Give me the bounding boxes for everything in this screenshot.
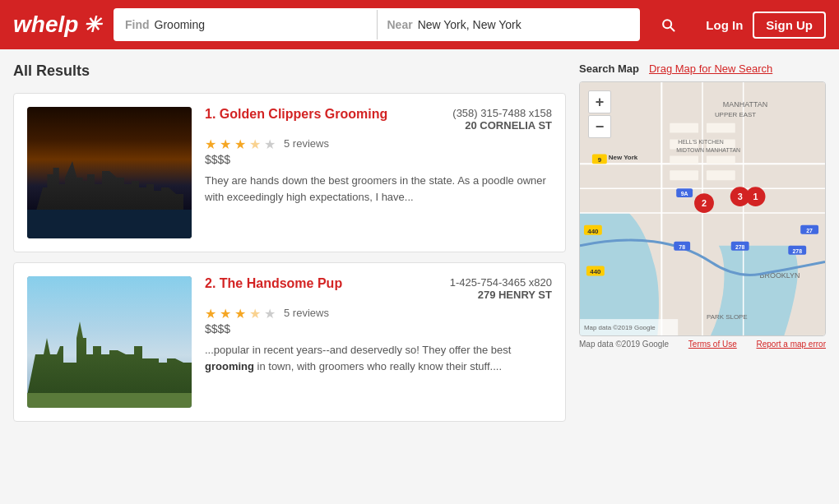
svg-text:MANHATTAN: MANHATTAN <box>723 100 767 109</box>
logo-snowflake: ✳ <box>83 12 101 38</box>
map-footer: Map data ©2019 Google Terms of Use Repor… <box>579 340 826 349</box>
main-content: All Results 1. Golden Clippers Grooming … <box>0 49 839 445</box>
svg-text:New York: New York <box>609 154 638 161</box>
svg-rect-11 <box>670 155 698 164</box>
result-excerpt: ...popular in recent years--and deserved… <box>205 342 552 374</box>
results-section: All Results 1. Golden Clippers Grooming … <box>13 62 566 432</box>
map-container[interactable]: MANHATTAN UPPER EAST HELL'S KITCHEN MIDT… <box>579 81 826 336</box>
map-report-link[interactable]: Report a map error <box>757 340 826 349</box>
star-3: ★ <box>234 136 248 150</box>
result-info: 1. Golden Clippers Grooming (358) 315-74… <box>205 107 552 238</box>
svg-text:440: 440 <box>590 268 601 275</box>
result-name-link[interactable]: 1. Golden Clippers Grooming <box>205 107 387 122</box>
svg-text:PARK SLOPE: PARK SLOPE <box>707 313 748 321</box>
map-terms-link[interactable]: Terms of Use <box>688 340 737 349</box>
svg-rect-12 <box>707 155 735 164</box>
map-controls: + − <box>588 90 611 138</box>
result-info: 2. The Handsome Pup 1-425-754-3465 x820 … <box>205 276 552 408</box>
svg-rect-7 <box>670 123 698 133</box>
star-4: ★ <box>249 136 262 150</box>
map-section: Search Map Drag Map for New Search <box>579 62 826 432</box>
price-indicator: $$$$ <box>205 322 552 335</box>
result-phone: 1-425-754-3465 x820 <box>450 276 552 289</box>
search-bar: Find Near <box>114 8 640 41</box>
svg-rect-14 <box>707 170 735 180</box>
svg-text:278: 278 <box>735 244 745 250</box>
signup-button[interactable]: Sign Up <box>753 12 826 39</box>
svg-text:1: 1 <box>753 192 758 201</box>
star-4: ★ <box>249 306 262 319</box>
location-input[interactable] <box>418 18 628 31</box>
review-count: 5 reviews <box>284 307 329 319</box>
near-label: Near <box>387 18 413 31</box>
header-actions: Log In Sign Up <box>706 12 826 39</box>
star-2: ★ <box>220 136 233 150</box>
result-phone: (358) 315-7488 x158 <box>452 107 552 119</box>
results-title: All Results <box>13 62 566 80</box>
excerpt-before: ...popular in recent years--and deserved… <box>205 344 511 356</box>
svg-text:9: 9 <box>598 156 602 164</box>
svg-text:UPPER EAST: UPPER EAST <box>715 111 756 118</box>
star-5: ★ <box>264 306 277 319</box>
search-button[interactable] <box>650 8 686 41</box>
result-thumbnail <box>27 107 192 238</box>
review-count: 5 reviews <box>284 137 329 150</box>
login-button[interactable]: Log In <box>706 18 743 32</box>
svg-text:MIDTOWN MANHATTAN: MIDTOWN MANHATTAN <box>676 147 740 153</box>
svg-text:HELL'S KITCHEN: HELL'S KITCHEN <box>678 139 724 145</box>
search-icon <box>660 16 676 33</box>
star-1: ★ <box>205 136 218 150</box>
logo[interactable]: whelp ✳ <box>13 12 104 38</box>
map-header: Search Map Drag Map for New Search <box>579 62 826 75</box>
result-name-link[interactable]: 2. The Handsome Pup <box>205 276 342 291</box>
result-thumbnail <box>27 276 192 408</box>
svg-text:440: 440 <box>587 228 599 235</box>
find-label: Find <box>125 18 150 31</box>
star-1: ★ <box>205 306 218 319</box>
map-svg: MANHATTAN UPPER EAST HELL'S KITCHEN MIDT… <box>580 82 825 335</box>
result-name: Golden Clippers Grooming <box>220 107 387 121</box>
star-3: ★ <box>234 306 248 319</box>
result-header: 2. The Handsome Pup 1-425-754-3465 x820 … <box>205 276 552 301</box>
svg-text:9A: 9A <box>681 191 688 197</box>
find-section: Find <box>115 10 378 39</box>
near-section: Near <box>378 10 639 39</box>
star-rating: ★ ★ ★ ★ ★ <box>205 136 277 150</box>
star-2: ★ <box>220 306 233 319</box>
map-drag-label[interactable]: Drag Map for New Search <box>649 62 772 75</box>
svg-rect-8 <box>707 123 735 133</box>
nyc-skyline-image <box>27 107 192 238</box>
price-indicator: $$$$ <box>205 153 552 166</box>
result-excerpt: They are hands down the best groomers in… <box>205 173 552 205</box>
map-title: Search Map <box>579 62 639 75</box>
result-address: 20 CORNELIA ST <box>452 119 552 132</box>
excerpt-bold: grooming <box>205 360 254 372</box>
result-address: 279 HENRY ST <box>450 289 552 301</box>
logo-text: whelp <box>13 12 78 38</box>
svg-text:3: 3 <box>738 192 743 201</box>
list-item: 2. The Handsome Pup 1-425-754-3465 x820 … <box>13 262 566 422</box>
result-index: 2. <box>205 276 220 290</box>
star-rating: ★ ★ ★ ★ ★ <box>205 306 277 319</box>
rating-row: ★ ★ ★ ★ ★ 5 reviews <box>205 306 552 319</box>
svg-text:278: 278 <box>792 248 802 254</box>
star-5: ★ <box>264 136 277 150</box>
map-data-label: Map data ©2019 Google <box>579 340 669 349</box>
result-name: The Handsome Pup <box>220 276 342 290</box>
svg-rect-13 <box>670 170 698 180</box>
result-contact: 1-425-754-3465 x820 279 HENRY ST <box>450 276 552 301</box>
result-contact: (358) 315-7488 x158 20 CORNELIA ST <box>452 107 552 132</box>
zoom-in-button[interactable]: + <box>588 90 611 113</box>
svg-text:78: 78 <box>679 244 685 250</box>
zoom-out-button[interactable]: − <box>588 115 611 138</box>
excerpt-after: in town, with groomers who really know t… <box>254 360 502 372</box>
result-index: 1. <box>205 107 220 121</box>
svg-text:2: 2 <box>702 198 707 208</box>
svg-text:27: 27 <box>806 228 813 234</box>
result-header: 1. Golden Clippers Grooming (358) 315-74… <box>205 107 552 132</box>
header: whelp ✳ Find Near Log In Sign Up <box>0 0 839 49</box>
las-vegas-image <box>27 276 192 408</box>
rating-row: ★ ★ ★ ★ ★ 5 reviews <box>205 136 552 150</box>
svg-text:Map data ©2019 Google: Map data ©2019 Google <box>584 324 656 331</box>
search-input[interactable] <box>155 18 367 31</box>
